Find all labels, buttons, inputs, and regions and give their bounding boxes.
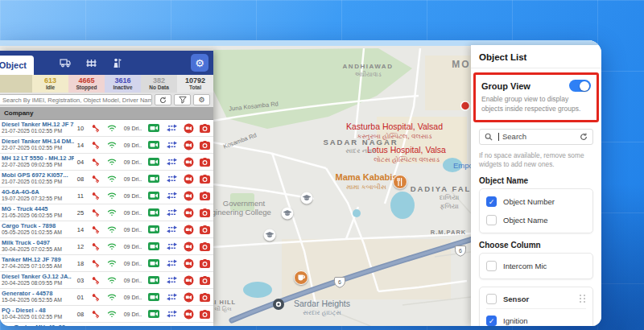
driver-label[interactable]: 09 Dri.. [121, 278, 145, 283]
filter-icon[interactable] [174, 94, 191, 105]
vehicle-row[interactable]: Diesel Tanker GJ.12 JA.. 20-04-2025 08:0… [0, 272, 213, 289]
snapshot-camera-icon[interactable] [197, 259, 213, 268]
video-icon[interactable] [145, 225, 163, 233]
checkbox[interactable]: ✓ [486, 316, 497, 326]
checkbox[interactable]: ✓ [486, 294, 497, 304]
video-icon[interactable] [145, 124, 163, 132]
college-marker[interactable] [282, 208, 294, 220]
status-segment-idle[interactable]: 613Idle [32, 75, 68, 93]
key-icon[interactable] [87, 124, 103, 133]
wifi-icon[interactable] [103, 293, 121, 301]
settings-gear-icon[interactable]: ⚙ [191, 54, 208, 72]
snapshot-camera-icon[interactable] [197, 158, 213, 167]
video-off-icon[interactable] [180, 174, 197, 184]
key-icon[interactable] [87, 141, 103, 150]
status-segment-stopped[interactable]: 4665Stopped [68, 75, 105, 93]
vehicle-row[interactable]: 4G-6A-4G-6A 19-07-2025 07:32:55 PM 11 09… [0, 188, 213, 204]
video-off-icon[interactable] [180, 191, 197, 201]
video-off-icon[interactable] [180, 157, 197, 167]
status-segment-partial[interactable] [0, 75, 32, 93]
snapshot-camera-icon[interactable] [197, 141, 213, 150]
vehicle-name[interactable]: Milk Truck - 0497 [2, 239, 74, 246]
swap-arrows-icon[interactable] [163, 192, 180, 200]
snapshot-camera-icon[interactable] [197, 293, 213, 302]
vehicle-name[interactable]: Tanker MH.12 JF 789 [2, 256, 74, 263]
vehicle-row[interactable]: Milk Truck - 0497 30-04-2025 07:02:55 AM… [0, 238, 213, 255]
route-shield[interactable]: 6 [333, 277, 346, 292]
snapshot-camera-icon[interactable] [197, 208, 213, 217]
group-header-company[interactable]: Company [0, 107, 213, 120]
vehicle-name[interactable]: PQ - Diesel - 48 [2, 307, 74, 314]
video-off-icon[interactable] [180, 123, 197, 134]
person-flag-icon[interactable] [112, 58, 122, 68]
swap-arrows-icon[interactable] [163, 208, 180, 217]
wifi-icon[interactable] [103, 310, 121, 318]
video-icon[interactable] [145, 310, 163, 318]
checkbox[interactable]: ✓ [486, 261, 497, 271]
video-icon[interactable] [145, 175, 163, 183]
option-sensor[interactable]: ✓ Sensor [486, 291, 586, 309]
snapshot-camera-icon[interactable] [197, 276, 213, 285]
vehicle-name[interactable]: Diesel Tanker MH.14 DM... [2, 138, 74, 145]
key-icon[interactable] [87, 208, 103, 217]
wifi-icon[interactable] [103, 276, 121, 284]
route-shield[interactable]: 6 [454, 245, 467, 261]
wifi-icon[interactable] [103, 225, 121, 233]
video-icon[interactable] [145, 141, 163, 149]
cafe-marker[interactable] [294, 270, 308, 285]
wifi-icon[interactable] [103, 124, 121, 132]
video-off-icon[interactable] [180, 326, 197, 327]
refresh-icon[interactable] [155, 94, 171, 105]
status-segment-inactive[interactable]: 3616Inactive [105, 75, 141, 93]
vehicle-search-input[interactable] [0, 94, 152, 105]
vehicle-name[interactable]: PL - Tanker MH. 40. 33 [2, 324, 74, 326]
wifi-icon[interactable] [103, 158, 121, 166]
key-icon[interactable] [87, 158, 103, 167]
group-view-toggle[interactable] [569, 80, 591, 92]
snapshot-camera-icon[interactable] [197, 192, 213, 200]
status-segment-nodata[interactable]: 382No Data [141, 75, 177, 93]
swap-arrows-icon[interactable] [163, 276, 180, 284]
vehicle-name[interactable]: Diesel Tanker MH.12 JF 7... [2, 121, 74, 128]
video-icon[interactable] [145, 242, 163, 250]
vehicle-row[interactable]: Mobi GPS 6972 KI057... 21-07-2025 01:02:… [0, 171, 213, 188]
video-icon[interactable] [145, 276, 163, 284]
wifi-icon[interactable] [103, 242, 121, 250]
college-marker[interactable] [301, 192, 313, 204]
swap-arrows-icon[interactable] [163, 293, 180, 301]
swap-arrows-icon[interactable] [163, 124, 180, 132]
option-ignition[interactable]: ✓ Ignition [486, 311, 586, 326]
gear-icon[interactable]: ⚙ [193, 94, 210, 105]
video-icon[interactable] [145, 192, 163, 200]
restaurant-marker[interactable] [393, 175, 407, 189]
video-off-icon[interactable] [180, 275, 197, 286]
status-segment-total[interactable]: 10792Total [177, 75, 213, 93]
key-icon[interactable] [87, 293, 103, 302]
vehicle-row[interactable]: Cargo Truck - 7898 05-05-2025 01:02:55 A… [0, 221, 213, 238]
video-icon[interactable] [145, 208, 163, 217]
driver-label[interactable]: 09 Dri.. [121, 227, 145, 233]
vehicle-row[interactable]: Diesel Tanker MH.12 JF 7... 21-07-2025 0… [0, 120, 213, 137]
snapshot-camera-icon[interactable] [197, 242, 213, 251]
vehicle-row[interactable]: Diesel Tanker MH.14 DM... 22-07-2025 01:… [0, 137, 213, 154]
checkbox[interactable]: ✓ [486, 215, 497, 225]
wifi-icon[interactable] [103, 175, 121, 183]
driver-label[interactable]: 09 Dri.. [121, 193, 145, 199]
key-icon[interactable] [87, 276, 103, 285]
vehicle-row[interactable]: PQ - Diesel - 48 10-04-2025 01:02:55 PM … [0, 306, 213, 323]
vehicle-name[interactable]: MG - Truck 4445 [2, 205, 74, 212]
vehicle-row[interactable]: MH 12 LT 5550 - MH.12 JF 7... 22-07-2025… [0, 154, 213, 171]
snapshot-camera-icon[interactable] [197, 175, 213, 184]
video-icon[interactable] [145, 259, 163, 267]
vehicle-name[interactable]: Generator - 44578 [2, 290, 74, 297]
snapshot-camera-icon[interactable] [197, 124, 213, 133]
drag-handle-icon[interactable] [580, 295, 586, 303]
fence-icon[interactable] [86, 58, 97, 68]
driver-label[interactable]: 09 Dri.. [121, 176, 145, 182]
driver-label[interactable]: 09 Dri.. [121, 126, 145, 131]
vehicle-name[interactable]: MH 12 LT 5550 - MH.12 JF 7... [2, 155, 74, 162]
swap-arrows-icon[interactable] [163, 259, 180, 267]
driver-label[interactable]: 09 Dri.. [121, 261, 145, 266]
video-off-icon[interactable] [180, 292, 197, 303]
driver-label[interactable]: 09 Dri.. [121, 295, 145, 300]
